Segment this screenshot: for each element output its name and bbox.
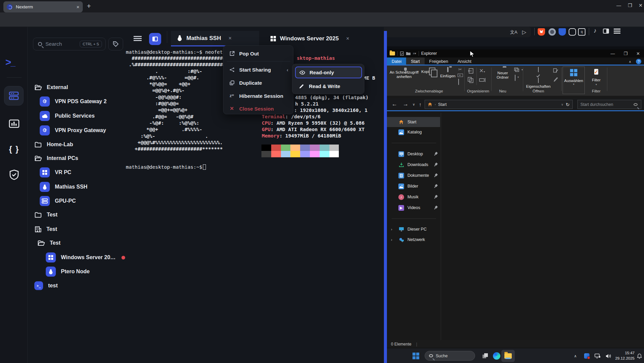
browser-tab[interactable]: Nexterm ×	[3, 1, 83, 12]
edit-icon[interactable]	[553, 68, 559, 74]
refresh-icon[interactable]: ↻	[566, 102, 570, 107]
nav-back-icon[interactable]: ←	[392, 101, 397, 108]
split-view-button[interactable]	[149, 33, 161, 45]
ribbon-filter-button[interactable]: ✓ Filter ▾	[587, 68, 605, 87]
address-box[interactable]: › Start ∨ ↻	[425, 100, 573, 109]
sidebar-toggle-icon[interactable]	[603, 29, 609, 34]
send-to-device-icon[interactable]: ▷	[522, 29, 526, 35]
tag-filter-button[interactable]	[108, 38, 123, 50]
menu-icon[interactable]	[614, 29, 620, 30]
explorer-taskbar-button[interactable]	[501, 350, 515, 362]
tree-server-public-services[interactable]: Public Services	[28, 110, 125, 122]
explorer-minimize-icon[interactable]: —	[610, 51, 615, 56]
menu-item-duplicate[interactable]: Duplicate	[226, 77, 291, 88]
extension-icon-2[interactable]	[569, 28, 576, 36]
history-icon[interactable]	[553, 77, 559, 82]
sidebar-item-netzwerk[interactable]: › Netzwerk	[387, 235, 440, 245]
translate-icon[interactable]: 文A	[510, 29, 517, 35]
explorer-search-input[interactable]: Start durchsuchen	[577, 100, 641, 109]
sidebar-item-dieser-pc[interactable]: › Dieser PC	[387, 224, 440, 234]
hidden-icons-chevron[interactable]: ∧	[571, 351, 580, 361]
ribbon-paste-button[interactable]: Einfügen	[438, 68, 458, 78]
sidebar-item-start[interactable]: Start	[387, 117, 440, 127]
task-view-button[interactable]	[480, 351, 490, 361]
tree-server-vpn-proxy[interactable]: VPN Proxy Gateway	[28, 124, 125, 136]
easy-access-icon[interactable]: ▾	[515, 75, 515, 81]
tab-windows-server-2025[interactable]: Windows Server 2025 ×	[264, 31, 369, 46]
explorer-restore-icon[interactable]: ❐	[623, 51, 628, 56]
tab-close-icon[interactable]: ×	[76, 4, 79, 10]
expand-chevron-icon[interactable]: ›	[391, 238, 392, 242]
copy-path-icon[interactable]: W..	[458, 74, 463, 77]
quick-access-dropdown-icon[interactable]: ≡▾	[413, 52, 416, 55]
notifications-bell-icon[interactable]	[635, 351, 644, 361]
tree-folder-test[interactable]: Test	[28, 209, 125, 221]
extension-icon-1[interactable]	[548, 28, 556, 36]
ribbon-select-button[interactable]: Auswählen ▾	[563, 67, 585, 94]
volume-icon[interactable]	[604, 351, 613, 361]
delete-icon[interactable]: ✕▾	[479, 68, 485, 74]
tree-folder-external[interactable]: External	[28, 81, 125, 93]
copy-to-icon[interactable]	[468, 77, 474, 83]
pane-menu-icon[interactable]	[134, 36, 142, 37]
rail-item-snippets[interactable]: { }	[9, 144, 20, 155]
cut-icon[interactable]: ✂	[458, 67, 462, 72]
window-minimize-button[interactable]: —	[616, 3, 621, 8]
sidebar-item-videos[interactable]: ▶ Videos	[387, 203, 440, 213]
new-tab-button[interactable]: +	[87, 2, 91, 10]
quick-access-properties-icon[interactable]	[400, 51, 404, 56]
nav-history-icon[interactable]: ∨	[413, 103, 415, 106]
ribbon-pin-button[interactable]: An Schnellzugriff anheften	[389, 68, 420, 79]
paste-shortcut-icon[interactable]	[458, 79, 459, 85]
edge-icon[interactable]	[492, 351, 501, 361]
move-to-icon[interactable]	[468, 68, 474, 74]
tab-close-icon[interactable]: ×	[346, 36, 349, 42]
ribbon-collapse-icon[interactable]: ∧	[629, 60, 631, 64]
nav-forward-icon[interactable]: →	[403, 101, 408, 108]
sidebar-item-katalog[interactable]: Katalog	[387, 127, 440, 137]
ribbon-new-folder-button[interactable]: Neuer Ordner	[493, 68, 512, 80]
media-icon[interactable]: ♪	[594, 27, 597, 34]
tab-close-icon[interactable]: ×	[228, 35, 231, 41]
tree-folder-test-nested[interactable]: Test	[28, 237, 125, 249]
tree-server-ptero-node[interactable]: Ptero Node	[28, 266, 125, 278]
taskbar-clock[interactable]: 15:47 29.12.2025	[615, 350, 635, 361]
window-close-button[interactable]: ✕	[639, 3, 643, 8]
tree-folder-internal-pcs[interactable]: Internal PCs	[28, 152, 125, 164]
explorer-title-bar[interactable]: ≡▾ Explorer — ❐ ✕	[387, 49, 644, 57]
taskbar-search[interactable]: Suche	[425, 351, 475, 361]
brave-shield-icon[interactable]	[538, 28, 545, 36]
search-input[interactable]: Search CTRL + S	[33, 38, 106, 50]
sidebar-item-downloads[interactable]: Downloads	[387, 160, 440, 170]
tree-server-vr-pc[interactable]: VR PC	[28, 166, 125, 178]
extension-search-icon[interactable]: q	[578, 28, 585, 36]
tree-server-vpn-pds[interactable]: VPN PDS Gateway 2	[28, 95, 125, 108]
address-dropdown-icon[interactable]: ∨	[561, 103, 564, 106]
submenu-item-read-write[interactable]: Read & Write	[295, 80, 362, 92]
rail-item-monitoring[interactable]	[9, 118, 20, 129]
quick-access-new-folder-icon[interactable]	[406, 52, 410, 55]
tree-folder-home-lab[interactable]: Home-Lab	[28, 138, 125, 151]
tab-mathias-ssh[interactable]: Mathias SSH ×	[171, 31, 259, 46]
tree-org-test[interactable]: Test	[28, 223, 125, 235]
new-item-icon[interactable]: ▾	[514, 68, 520, 73]
sidebar-item-musik[interactable]: ♪ Musik	[387, 192, 440, 202]
start-button[interactable]	[411, 351, 421, 361]
menu-item-pop-out[interactable]: Pop Out	[226, 48, 291, 59]
explorer-content-area[interactable]	[441, 113, 644, 340]
ribbon-copy-button[interactable]: Kopieren	[420, 68, 438, 74]
pane-divider[interactable]	[384, 31, 387, 363]
rail-item-servers[interactable]	[4, 86, 24, 106]
tree-server-gpu-pc[interactable]: GPU-PC	[28, 195, 125, 207]
window-maximize-button[interactable]: ❒	[628, 3, 632, 8]
nav-up-icon[interactable]: ↑	[419, 102, 422, 107]
network-tray-icon[interactable]	[593, 351, 602, 361]
tree-server-windows-server[interactable]: Windows Server 20…	[28, 251, 125, 264]
tree-server-mathias-ssh[interactable]: Mathias SSH	[28, 181, 125, 193]
tray-app-icon[interactable]	[582, 351, 592, 361]
rename-icon[interactable]	[479, 78, 486, 82]
explorer-close-icon[interactable]: ✕	[636, 51, 640, 56]
menu-item-close-session[interactable]: ✕ Close Session	[226, 103, 291, 114]
sidebar-item-bilder[interactable]: Bilder	[387, 181, 440, 191]
submenu-item-read-only[interactable]: Read-only	[295, 67, 362, 78]
